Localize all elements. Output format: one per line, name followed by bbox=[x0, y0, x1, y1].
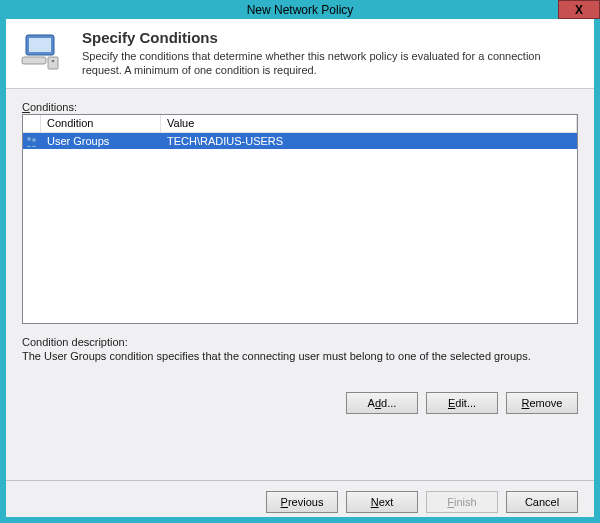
svg-rect-2 bbox=[22, 57, 46, 64]
condition-value: TECH\RADIUS-USERS bbox=[161, 135, 577, 147]
title-bar: New Network Policy X bbox=[0, 0, 600, 19]
column-header-value[interactable]: Value bbox=[161, 115, 577, 132]
computer-network-icon bbox=[20, 29, 70, 73]
cancel-button[interactable]: Cancel bbox=[506, 491, 578, 513]
window-title: New Network Policy bbox=[247, 3, 354, 17]
condition-description-text: The User Groups condition specifies that… bbox=[22, 350, 578, 362]
condition-row[interactable]: User Groups TECH\RADIUS-USERS bbox=[23, 133, 577, 149]
conditions-header-row: Condition Value bbox=[23, 115, 577, 133]
close-icon: X bbox=[575, 3, 583, 17]
close-button[interactable]: X bbox=[558, 0, 600, 19]
remove-button[interactable]: Remove bbox=[506, 392, 578, 414]
previous-button[interactable]: Previous bbox=[266, 491, 338, 513]
page-subtitle: Specify the conditions that determine wh… bbox=[82, 50, 580, 78]
svg-rect-3 bbox=[48, 57, 58, 69]
window-frame: New Network Policy X Specify Conditions … bbox=[0, 0, 600, 523]
user-groups-icon bbox=[23, 133, 41, 149]
next-button[interactable]: Next bbox=[346, 491, 418, 513]
content-area: Conditions: Condition Value bbox=[6, 89, 594, 481]
condition-name: User Groups bbox=[41, 135, 161, 147]
conditions-label: Conditions: bbox=[22, 101, 578, 113]
condition-description-label: Condition description: bbox=[22, 336, 578, 348]
column-icon-spacer bbox=[23, 115, 41, 132]
svg-point-5 bbox=[27, 136, 32, 141]
add-button[interactable]: Add... bbox=[346, 392, 418, 414]
finish-button: Finish bbox=[426, 491, 498, 513]
conditions-listbox[interactable]: Condition Value User Groups TECH\RADIUS-… bbox=[22, 114, 578, 324]
svg-point-4 bbox=[52, 60, 55, 63]
conditions-body: User Groups TECH\RADIUS-USERS bbox=[23, 133, 577, 323]
svg-rect-1 bbox=[29, 38, 51, 52]
wizard-header: Specify Conditions Specify the condition… bbox=[6, 19, 594, 89]
page-title: Specify Conditions bbox=[82, 29, 580, 46]
condition-action-row: Add... Edit... Remove bbox=[22, 392, 578, 414]
svg-point-6 bbox=[32, 137, 37, 142]
wizard-footer: Previous Next Finish Cancel bbox=[6, 480, 594, 517]
column-header-condition[interactable]: Condition bbox=[41, 115, 161, 132]
wizard-header-text: Specify Conditions Specify the condition… bbox=[82, 29, 580, 78]
edit-button[interactable]: Edit... bbox=[426, 392, 498, 414]
